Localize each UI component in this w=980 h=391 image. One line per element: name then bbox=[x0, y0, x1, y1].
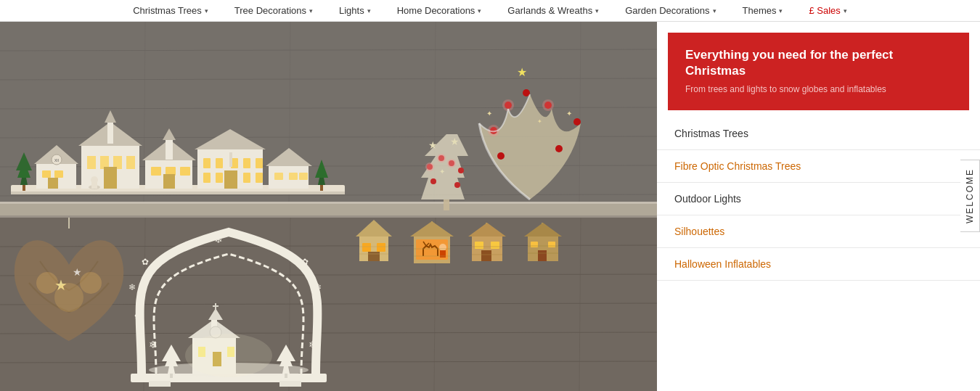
svg-rect-14 bbox=[0, 215, 657, 218]
svg-point-99 bbox=[497, 152, 505, 160]
svg-rect-33 bbox=[42, 170, 51, 178]
svg-rect-30 bbox=[23, 185, 25, 191]
nav-garden-decorations[interactable]: Garden Decorations ▾ bbox=[612, 0, 729, 21]
svg-text:★: ★ bbox=[73, 266, 82, 278]
svg-rect-66 bbox=[216, 173, 223, 183]
svg-rect-13 bbox=[0, 202, 657, 204]
svg-rect-35 bbox=[48, 178, 58, 189]
svg-rect-54 bbox=[151, 167, 161, 176]
svg-rect-143 bbox=[285, 374, 287, 378]
svg-rect-68 bbox=[256, 173, 263, 183]
category-fibre-optic[interactable]: Fibre Optic Christmas Trees bbox=[657, 150, 980, 183]
nav-lights[interactable]: Lights ▾ bbox=[326, 0, 384, 21]
svg-rect-175 bbox=[538, 250, 547, 261]
svg-rect-74 bbox=[289, 173, 298, 180]
svg-text:✦: ✦ bbox=[486, 110, 492, 118]
chevron-icon: ▾ bbox=[367, 7, 371, 15]
chevron-icon: ▾ bbox=[713, 7, 716, 15]
svg-rect-148 bbox=[362, 243, 371, 252]
svg-rect-57 bbox=[163, 174, 175, 189]
svg-rect-56 bbox=[180, 167, 190, 176]
svg-point-97 bbox=[573, 118, 581, 125]
svg-rect-60 bbox=[203, 158, 211, 168]
svg-rect-61 bbox=[216, 158, 223, 168]
nav-garlands-wreaths[interactable]: Garlands & Wreaths ▾ bbox=[494, 0, 612, 21]
main-layout: XII bbox=[0, 22, 980, 391]
svg-text:❄: ❄ bbox=[128, 282, 136, 292]
chevron-icon: ▾ bbox=[309, 7, 313, 15]
svg-point-86 bbox=[454, 182, 460, 188]
svg-text:❄: ❄ bbox=[214, 234, 223, 245]
svg-point-92 bbox=[447, 159, 456, 168]
promo-title: Everything you need for the perfect Chri… bbox=[685, 47, 952, 79]
chevron-icon: ▾ bbox=[478, 7, 481, 15]
nav-home-decorations[interactable]: Home Decorations ▾ bbox=[384, 0, 495, 21]
svg-rect-63 bbox=[243, 158, 250, 168]
svg-text:★: ★ bbox=[517, 66, 527, 78]
svg-rect-65 bbox=[203, 173, 211, 183]
svg-point-98 bbox=[555, 145, 563, 152]
svg-text:❄: ❄ bbox=[314, 282, 322, 292]
svg-rect-173 bbox=[531, 242, 538, 247]
svg-point-106 bbox=[542, 99, 554, 111]
svg-rect-49 bbox=[91, 181, 97, 189]
svg-text:✦: ✦ bbox=[439, 168, 445, 176]
svg-point-111 bbox=[54, 283, 83, 312]
svg-text:XII: XII bbox=[54, 158, 59, 162]
svg-text:✦: ✦ bbox=[566, 110, 572, 118]
svg-rect-34 bbox=[54, 170, 63, 178]
svg-rect-150 bbox=[368, 252, 380, 261]
chevron-icon: ▾ bbox=[779, 7, 783, 15]
category-halloween[interactable]: Halloween Inflatables bbox=[657, 248, 980, 281]
chevron-icon: ▾ bbox=[844, 7, 847, 15]
svg-rect-174 bbox=[548, 242, 555, 247]
category-list: Christmas Trees Fibre Optic Christmas Tr… bbox=[657, 118, 980, 391]
svg-text:✿: ✿ bbox=[134, 311, 142, 321]
svg-text:★: ★ bbox=[450, 136, 460, 147]
category-christmas-trees[interactable]: Christmas Trees bbox=[657, 118, 980, 150]
svg-rect-114 bbox=[149, 381, 171, 387]
svg-rect-167 bbox=[481, 250, 491, 261]
promo-banner[interactable]: Everything you need for the perfect Chri… bbox=[668, 33, 969, 110]
welcome-tab[interactable]: WELCOME bbox=[960, 160, 980, 232]
svg-rect-75 bbox=[299, 173, 308, 180]
svg-rect-45 bbox=[126, 156, 135, 169]
hero-image-section: XII bbox=[0, 22, 657, 391]
svg-rect-73 bbox=[274, 173, 283, 180]
main-nav: Christmas Trees ▾ Tree Decorations ▾ Lig… bbox=[0, 0, 980, 22]
svg-rect-69 bbox=[224, 170, 237, 189]
nav-themes[interactable]: Themes ▾ bbox=[730, 0, 796, 21]
svg-rect-26 bbox=[11, 192, 345, 194]
svg-rect-52 bbox=[166, 139, 173, 160]
svg-point-84 bbox=[458, 168, 464, 173]
svg-text:✿: ✿ bbox=[314, 311, 322, 321]
svg-rect-40 bbox=[107, 122, 113, 144]
svg-rect-46 bbox=[104, 167, 117, 189]
svg-rect-78 bbox=[320, 185, 323, 191]
svg-point-90 bbox=[425, 162, 434, 171]
svg-rect-12 bbox=[0, 202, 657, 218]
svg-text:❄: ❄ bbox=[149, 339, 158, 350]
svg-rect-64 bbox=[256, 158, 263, 168]
nav-christmas-trees[interactable]: Christmas Trees ▾ bbox=[120, 0, 221, 21]
chevron-icon: ▾ bbox=[595, 7, 599, 15]
svg-rect-139 bbox=[170, 374, 173, 378]
svg-point-91 bbox=[437, 154, 446, 162]
chevron-icon: ▾ bbox=[205, 7, 208, 15]
svg-rect-115 bbox=[279, 381, 301, 387]
svg-rect-70 bbox=[229, 152, 232, 167]
svg-point-112 bbox=[80, 272, 102, 294]
nav-sales[interactable]: £ Sales ▾ bbox=[796, 0, 859, 21]
svg-point-110 bbox=[36, 272, 58, 294]
nav-tree-decorations[interactable]: Tree Decorations ▾ bbox=[221, 0, 326, 21]
svg-rect-159 bbox=[440, 250, 446, 258]
category-silhouettes[interactable]: Silhouettes bbox=[657, 215, 980, 248]
svg-text:★: ★ bbox=[428, 139, 438, 151]
svg-text:✿: ✿ bbox=[301, 257, 309, 267]
category-outdoor-lights[interactable]: Outdoor Lights bbox=[657, 183, 980, 215]
svg-rect-166 bbox=[491, 242, 499, 249]
svg-point-158 bbox=[439, 244, 446, 251]
svg-rect-165 bbox=[475, 242, 483, 249]
svg-text:✦: ✦ bbox=[537, 118, 542, 125]
svg-point-85 bbox=[430, 178, 436, 184]
